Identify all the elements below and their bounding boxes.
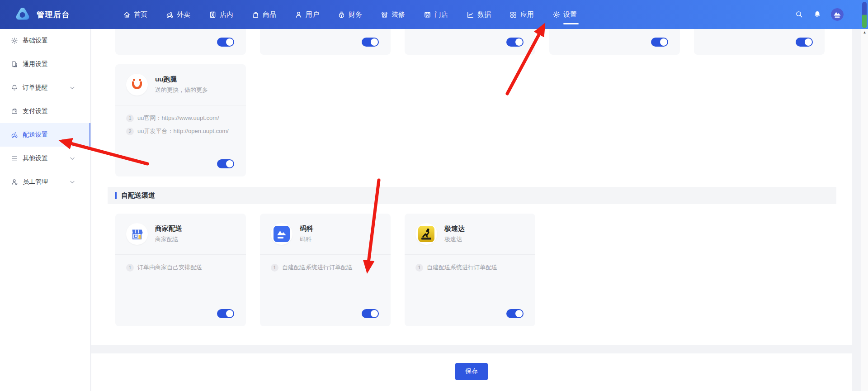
bell-icon [11, 84, 18, 91]
make-mountain-icon [271, 223, 292, 245]
nav-item-users[interactable]: 用户 [295, 0, 319, 29]
brand-title: 管理后台 [37, 10, 70, 20]
nav-item-goods[interactable]: 商品 [252, 0, 276, 29]
card-subtitle: 送的更快，做的更多 [155, 86, 208, 94]
card-title: uu跑腿 [155, 75, 208, 84]
save-bar: 保存 [91, 353, 852, 391]
lines-icon [11, 155, 18, 162]
nav-item-finance[interactable]: 财务 [338, 0, 362, 29]
nav-item-decorate[interactable]: 装修 [381, 0, 405, 29]
general-doc-icon [11, 61, 18, 68]
channel-toggle[interactable] [217, 38, 234, 47]
bell-icon[interactable] [813, 10, 822, 19]
nav-item-instore[interactable]: 店内 [209, 0, 233, 29]
sidebar-label: 其他设置 [23, 154, 48, 162]
channel-toggle[interactable] [506, 38, 524, 47]
nav-item-apps[interactable]: 应用 [509, 0, 534, 29]
channel-toggle[interactable] [796, 38, 813, 47]
app-logo-icon [14, 6, 31, 23]
gear-icon [11, 37, 18, 44]
list-item: 2 uu开发平台：http://open.uupt.com/ [126, 127, 238, 135]
self-delivery-section-header: 自配送渠道 [108, 187, 836, 204]
merchant-delivery-toggle[interactable] [217, 309, 234, 318]
uu-paotui-card: uu跑腿 送的更快，做的更多 1 uu官网：https://www.uupt.c… [115, 64, 246, 176]
nav-label: 财务 [349, 10, 362, 19]
sidebar-item-staff-management[interactable]: 员工管理 [0, 170, 90, 194]
sidebar-label: 订单提醒 [23, 84, 48, 92]
jisuda-delivery-toggle[interactable] [506, 309, 524, 318]
merchant-storefront-icon [126, 223, 148, 245]
settings-sidebar: 基础设置 通用设置 订单提醒 支付设置 配送设置 其他设置 员工管理 [0, 29, 90, 391]
chevron-down-icon [70, 157, 75, 160]
nav-item-takeout[interactable]: 外卖 [166, 0, 190, 29]
card-subtitle: 商家配送 [155, 235, 182, 243]
channel-toggle[interactable] [651, 38, 668, 47]
sidebar-item-delivery-settings[interactable]: 配送设置 [0, 123, 90, 147]
nav-label: 应用 [520, 10, 534, 19]
brand: 管理后台 [14, 0, 70, 29]
card-title: 码科 [300, 224, 313, 233]
card-title: 极速达 [444, 224, 465, 233]
home-icon [123, 11, 131, 19]
delivery-channel-card [115, 29, 246, 55]
nav-label: 首页 [134, 10, 147, 19]
chevron-down-icon [70, 86, 75, 90]
nav-label: 设置 [563, 10, 577, 19]
nav-item-home[interactable]: 首页 [123, 0, 147, 29]
delivery-scooter-icon [11, 131, 18, 138]
make-delivery-card: 码科 码科 1 自建配送系统进行订单配送 [260, 214, 391, 326]
delivery-channel-card [694, 29, 825, 55]
nav-label: 店内 [220, 10, 233, 19]
top-navbar: 管理后台 首页 外卖 店内 商品 用户 [0, 0, 868, 29]
store-branch-icon [424, 11, 431, 19]
divider [405, 254, 535, 255]
nav-label: 用户 [306, 10, 319, 19]
sidebar-item-general-settings[interactable]: 通用设置 [0, 52, 90, 76]
uu-toggle[interactable] [217, 159, 234, 168]
list-number-badge: 2 [126, 128, 134, 135]
page: 管理后台 首页 外卖 店内 商品 用户 [0, 0, 868, 391]
data-chart-icon [467, 11, 474, 19]
sidebar-item-other-settings[interactable]: 其他设置 [0, 147, 90, 170]
list-number-badge: 1 [126, 114, 134, 122]
merchant-delivery-card: 商家配送 商家配送 1 订单由商家自己安排配送 [115, 214, 246, 326]
delivery-channel-card [260, 29, 391, 55]
nav-item-stores[interactable]: 门店 [424, 0, 448, 29]
sidebar-item-basic-settings[interactable]: 基础设置 [0, 29, 90, 52]
section-title: 自配送渠道 [121, 191, 155, 200]
apps-grid-icon [509, 11, 517, 19]
chevron-down-icon [70, 181, 75, 184]
user-icon [295, 11, 302, 19]
divider [115, 254, 246, 255]
sidebar-label: 基础设置 [23, 37, 48, 45]
delivery-channel-card [405, 29, 535, 55]
sidebar-label: 支付设置 [23, 107, 48, 115]
nav-item-data[interactable]: 数据 [467, 0, 491, 29]
avatar-mountain-logo [831, 8, 844, 21]
finance-moneybag-icon [338, 11, 345, 19]
goods-bag-icon [252, 11, 259, 19]
nav-item-settings[interactable]: 设置 [552, 0, 577, 29]
list-item: 1 订单由商家自己安排配送 [126, 263, 238, 272]
list-number-badge: 1 [415, 264, 423, 272]
delivery-channel-row-top [115, 29, 825, 55]
scrollbar-up-arrow[interactable]: ▲ [861, 30, 868, 34]
sidebar-item-order-reminder[interactable]: 订单提醒 [0, 76, 90, 100]
channel-toggle[interactable] [362, 38, 379, 47]
make-delivery-toggle[interactable] [362, 309, 379, 318]
nav-label: 外卖 [177, 10, 190, 19]
avatar[interactable] [831, 8, 844, 21]
search-icon[interactable] [795, 10, 804, 19]
scrollbar-thumb[interactable] [862, 2, 867, 28]
jisuda-delivery-card: 极速达 极速达 1 自建配送系统进行订单配送 [405, 214, 535, 326]
sidebar-item-payment-settings[interactable]: 支付设置 [0, 100, 90, 123]
list-item: 1 自建配送系统进行订单配送 [415, 263, 527, 272]
scrollbar-track[interactable]: ▲ [861, 29, 868, 391]
save-button[interactable]: 保存 [455, 363, 488, 380]
card-subtitle: 码科 [300, 235, 313, 243]
nav-label: 门店 [434, 10, 448, 19]
divider [115, 105, 246, 105]
main-menu: 首页 外卖 店内 商品 用户 财务 [123, 0, 577, 29]
sidebar-label: 员工管理 [23, 178, 48, 186]
list-item: 1 自建配送系统进行订单配送 [271, 263, 382, 272]
